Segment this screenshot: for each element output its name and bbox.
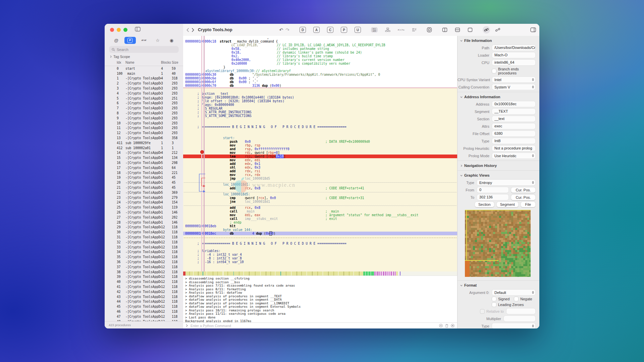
assembly-line[interactable]: , xyxy=(183,36,457,40)
record-log-icon[interactable] xyxy=(451,324,454,327)
sidebar-search-field[interactable]: Search xyxy=(109,46,178,53)
procedure-row[interactable]: 19-[Crypto_ToolsAppDel…145 xyxy=(105,175,183,180)
tab-procedures[interactable]: P xyxy=(124,37,136,44)
assembly-line[interactable]: jmploc_1000018d5 xyxy=(183,177,457,180)
tab-marks[interactable]: ◉ xyxy=(166,37,177,44)
procedure-row[interactable]: 3-[Crypto_ToolsAppDel…3293 xyxy=(105,86,183,91)
assembly-line[interactable]: ; Range: [0x1000018b0; 0x10002e440[ (183… xyxy=(183,96,457,99)
assembly-line[interactable]: ; Flags: 0x80000400 xyxy=(183,103,457,107)
section-header-file-information[interactable]: File Information xyxy=(458,36,539,43)
back-button[interactable] xyxy=(186,28,189,32)
hex-mode-button[interactable] xyxy=(412,28,417,32)
assembly-line[interactable]: andrsp, 0xfffffffffffffff0 xyxy=(183,147,457,151)
assembly-line[interactable]: aSystemlibraryf_100000c30:// aSystemlibr… xyxy=(183,69,457,73)
assembly-line[interactable]: shledx, 0x3 xyxy=(183,166,457,169)
assembly-line[interactable]: byte_value_144: xyxy=(183,228,457,232)
section-header-address-information[interactable]: Address Information xyxy=(458,92,539,100)
procedure-row[interactable]: 22-[Crypto_ToolsAppDel…5369 xyxy=(105,190,183,195)
procedure-row[interactable]: 41-[Crypto_ToolsAppDel…12118 xyxy=(105,284,183,289)
entropy-canvas[interactable] xyxy=(465,210,531,277)
assembly-line[interactable]: movedi, eax; argument "status" for metho… xyxy=(183,213,457,217)
undo-button[interactable]: ↶ xyxy=(279,27,283,33)
assembly-line[interactable]: movedx, edi xyxy=(183,158,457,162)
procedure-row[interactable]: 14-[Crypto_ToolsAppDel…4212 xyxy=(105,150,183,156)
mark-procedure-button[interactable]: P xyxy=(341,27,347,33)
assembly-line[interactable]: jneloc_1000018d1 xyxy=(183,200,457,203)
assembly-line[interactable]: 0x18,// dynamic linker's path name (shou… xyxy=(183,51,457,54)
procedure-row[interactable]: 0start459 xyxy=(105,66,183,71)
procedure-row[interactable]: 40-[Crypto_ToolsAppDel…12118 xyxy=(105,279,183,284)
unlink-views-button[interactable] xyxy=(495,27,500,32)
procedure-row[interactable]: 1-[Crypto_ToolsAppDel…4318 xyxy=(105,76,183,81)
tab-strings[interactable]: ““ xyxy=(138,37,150,44)
field-value[interactable] xyxy=(506,308,535,314)
procedure-row[interactable]: 47-[Crypto_ToolsAppDel…12118 xyxy=(105,314,183,319)
right-panel-toggle-icon[interactable] xyxy=(530,27,536,32)
procedure-row[interactable]: 10-[Crypto_ToolsAppDel…3293 xyxy=(105,121,183,126)
assembly-line[interactable]: ; endp xyxy=(183,221,457,224)
assembly-line[interactable]: ; -4 : int32_t var_4 xyxy=(183,253,457,256)
procedure-row[interactable]: 46-[Crypto_ToolsAppDel…12118 xyxy=(105,309,183,314)
assembly-line[interactable]: ; Variables: xyxy=(183,249,457,253)
procedure-row[interactable]: 100_main140 xyxy=(105,71,183,76)
field-value[interactable] xyxy=(504,316,535,321)
procedure-row[interactable]: 8-[Crypto_ToolsAppDel…3293 xyxy=(105,111,183,116)
section-header-format[interactable]: Format xyxy=(458,281,539,288)
assembly-line[interactable]: 0000000100000c6edb0x00 ; '.' xyxy=(183,76,457,80)
procedure-row[interactable]: 21-[Crypto_ToolsAppDel…145 xyxy=(105,185,183,190)
assembly-line[interactable]: ; -16 : int64_t var_10 xyxy=(183,260,457,264)
procedure-row[interactable]: 4-[Crypto_ToolsAppDel…3293 xyxy=(105,91,183,96)
procedure-row[interactable]: 17-[Crypto_ToolsAppDel…164 xyxy=(105,165,183,170)
assembly-line[interactable]: cmpqword [rcx], 0x0; CODE XREF=start+31 xyxy=(183,196,457,200)
procedure-row[interactable]: 27-[Crypto_ToolsAppDel…1202 xyxy=(105,215,183,220)
procedure-row[interactable]: 15-[Crypto_ToolsAppDel…4134 xyxy=(105,155,183,160)
assembly-line[interactable]: 0x2d0000// library's compatibility vers … xyxy=(183,62,457,65)
cur-pos-button[interactable]: Cur. Pos. xyxy=(511,187,535,193)
select-prolog-mode[interactable]: Use Heuristic xyxy=(492,153,535,159)
procedure-row[interactable]: 7-[Crypto_ToolsAppDel…3293 xyxy=(105,106,183,111)
assembly-line[interactable]: start: xyxy=(183,136,457,140)
procedure-row[interactable]: 12-[Crypto_ToolsAppDel…3293 xyxy=(105,130,183,135)
close-window-button[interactable] xyxy=(110,28,114,32)
assembly-line[interactable]: 0000000100000c18struct __macho_dylib_com… xyxy=(183,40,457,43)
minimize-window-button[interactable] xyxy=(117,28,121,32)
assembly-line[interactable]: ; -8 : int32_t var_8 xyxy=(183,256,457,260)
assembly-line[interactable]: loc_1000018d5: xyxy=(183,192,457,196)
field-value[interactable]: Not a procedure prolog xyxy=(492,145,535,151)
procedure-row[interactable]: 411sub_1000029fe13 xyxy=(105,140,183,145)
link-views-button[interactable] xyxy=(483,26,490,34)
navigation-minimap[interactable] xyxy=(183,272,457,276)
procedure-row[interactable]: 42-[Crypto_ToolsAppDel…12118 xyxy=(105,289,183,294)
procedure-row[interactable]: 29-[Crypto_ToolsAppDel…12118 xyxy=(105,225,183,230)
select-calling-convention[interactable]: System V xyxy=(492,84,535,90)
procedure-row[interactable]: 45-[Crypto_ToolsAppDel…12118 xyxy=(105,304,183,309)
procedure-row[interactable]: 38-[Crypto_ToolsAppDel…12118 xyxy=(105,269,183,275)
procedure-row[interactable]: 2-[Crypto_ToolsAppDel…3293 xyxy=(105,81,183,86)
assembly-line[interactable]: ; Section __text xyxy=(183,92,457,96)
mark-data-button[interactable]: D xyxy=(300,27,306,33)
procedure-row[interactable]: 33-[Crypto_ToolsAppDel…12118 xyxy=(105,245,183,250)
procedure-row[interactable]: 9-[Crypto_ToolsAppDel…3293 xyxy=(105,116,183,121)
field-value[interactable]: 302 136 xyxy=(477,194,508,200)
checkbox[interactable] xyxy=(492,297,496,301)
assembly-line[interactable]: 0x58,// includes pathname string xyxy=(183,47,457,51)
procedure-row[interactable]: 5-[Crypto_ToolsAppDel…3251 xyxy=(105,96,183,101)
assembly-line[interactable]: push0x0; DATA XREF=0x1000009d0 xyxy=(183,140,457,143)
field-value[interactable]: /Users/bsr/Downloads/Crypto Tools.a xyxy=(492,45,535,51)
assembly-line[interactable]: addedx, 0x1 xyxy=(183,162,457,166)
checkbox[interactable] xyxy=(514,297,518,301)
procedure-row[interactable]: 44-[Crypto_ToolsAppDel…12118 xyxy=(105,299,183,304)
assembly-line[interactable]: addrdx, rsi xyxy=(183,169,457,173)
procedure-row[interactable]: 35-[Crypto_ToolsAppDel…12118 xyxy=(105,254,183,259)
assembly-line[interactable]: call_main; _main xyxy=(183,209,457,213)
mark-code-button[interactable]: C xyxy=(327,27,333,33)
procedure-row[interactable]: 13-[Crypto_ToolsAppDel…6358 xyxy=(105,135,183,140)
procedure-row[interactable]: 32-[Crypto_ToolsAppDel…12118 xyxy=(105,240,183,245)
procedure-row[interactable]: 39-[Crypto_ToolsAppDel…12118 xyxy=(105,274,183,279)
procedure-row[interactable]: 24-[Crypto_ToolsAppDel…4154 xyxy=(105,200,183,205)
procedure-row[interactable]: 26-[Crypto_ToolsAppDel…1146 xyxy=(105,210,183,215)
field-value[interactable]: Int8 xyxy=(492,138,535,144)
assembly-line[interactable]: 00000001000018ecdb4 dup (0x00) xyxy=(183,232,457,235)
segments-inspector-button[interactable] xyxy=(427,27,432,33)
forward-button[interactable] xyxy=(192,28,194,32)
